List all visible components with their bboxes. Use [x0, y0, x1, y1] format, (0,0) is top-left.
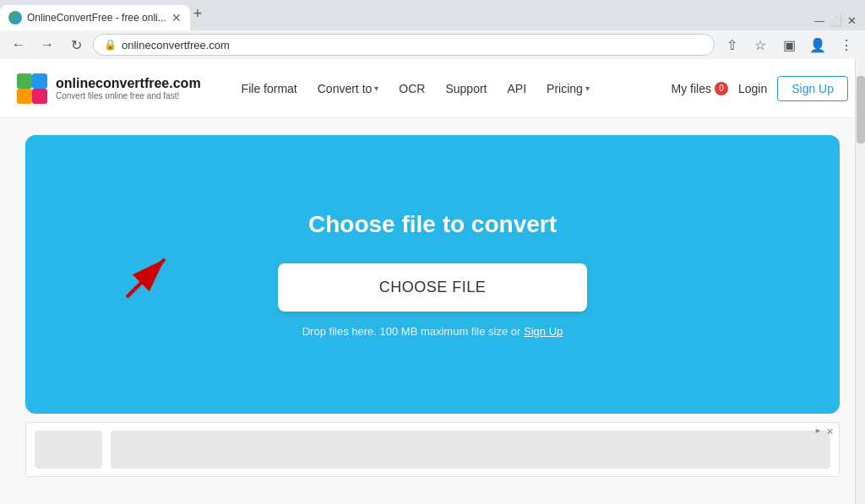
nav-api[interactable]: API: [501, 79, 534, 99]
ad-strip: ► ✕: [25, 422, 840, 477]
nav-ocr[interactable]: OCR: [392, 79, 432, 99]
my-files-label: My files: [671, 82, 710, 95]
logo-name: onlineconvertfree.com: [56, 76, 201, 91]
signup-button[interactable]: Sign Up: [777, 76, 848, 101]
window-restore-button[interactable]: ⬜: [830, 15, 842, 27]
tab-close-button[interactable]: ✕: [171, 11, 182, 24]
convert-to-arrow-icon: ▾: [374, 84, 378, 93]
bookmark-button[interactable]: ☆: [748, 33, 772, 57]
address-bar[interactable]: 🔒 onlineconvertfree.com: [93, 34, 715, 56]
new-tab-button[interactable]: +: [193, 5, 203, 23]
ad-image-small: [35, 431, 102, 469]
nav-pricing[interactable]: Pricing ▾: [540, 79, 596, 99]
pricing-arrow-icon: ▾: [585, 84, 590, 93]
logo-icon: [17, 73, 47, 104]
url-text: onlineconvertfree.com: [122, 39, 704, 51]
back-button[interactable]: ←: [7, 33, 30, 57]
share-button[interactable]: ⇧: [720, 33, 743, 57]
my-files-link[interactable]: My files 0: [671, 82, 727, 95]
scrollbar[interactable]: [855, 59, 865, 504]
split-view-button[interactable]: ▣: [777, 33, 801, 57]
red-arrow-icon: [118, 238, 186, 306]
upload-title: Choose file to convert: [308, 211, 557, 238]
browser-tab[interactable]: OnlineConvertFree - free onli... ✕: [0, 5, 190, 30]
window-minimize-button[interactable]: —: [814, 15, 824, 27]
svg-line-5: [127, 259, 165, 297]
svg-rect-0: [17, 73, 32, 89]
choose-file-button[interactable]: CHOOSE FILE: [278, 263, 588, 312]
logo-area: onlineconvertfree.com Convert files onli…: [17, 73, 201, 104]
ad-label: ►: [814, 426, 822, 435]
login-button[interactable]: Login: [738, 82, 767, 95]
tab-title: OnlineConvertFree - free onli...: [27, 12, 166, 24]
upload-area: Choose file to convert CHOOSE FILE: [25, 135, 840, 414]
profile-button[interactable]: 👤: [806, 33, 830, 57]
svg-rect-1: [32, 73, 47, 89]
menu-button[interactable]: ⋮: [835, 33, 858, 57]
main-nav: File format Convert to ▾ OCR Support API…: [235, 79, 638, 99]
nav-file-format[interactable]: File format: [235, 79, 304, 99]
nav-convert-to[interactable]: Convert to ▾: [311, 79, 386, 99]
refresh-button[interactable]: ↻: [64, 33, 88, 57]
svg-rect-2: [17, 89, 32, 104]
nav-support[interactable]: Support: [438, 79, 493, 99]
tab-favicon: [8, 11, 22, 24]
lock-icon: 🔒: [104, 39, 117, 51]
notification-badge: 0: [715, 82, 728, 95]
svg-rect-3: [32, 89, 47, 104]
drop-files-text: Drop files here. 100 MB maximum file siz…: [302, 325, 563, 338]
ad-image-main: [111, 431, 830, 469]
scrollbar-thumb[interactable]: [857, 76, 865, 144]
drop-signup-link[interactable]: Sign Up: [524, 325, 563, 338]
forward-button[interactable]: →: [35, 33, 59, 57]
window-close-button[interactable]: ✕: [847, 14, 857, 27]
logo-tagline: Convert files online free and fast!: [56, 91, 201, 100]
ad-close-button[interactable]: ✕: [826, 426, 834, 437]
